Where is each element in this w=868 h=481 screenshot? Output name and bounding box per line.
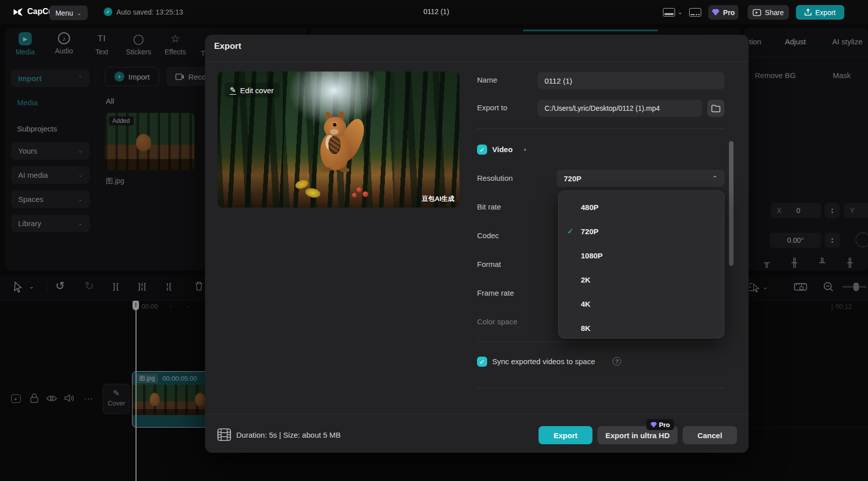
codec-label: Codec: [477, 231, 499, 240]
cancel-label: Cancel: [697, 431, 722, 440]
pro-badge-label: Pro: [659, 421, 670, 429]
red-berry: [363, 191, 368, 197]
video-checkbox[interactable]: ✓: [477, 145, 487, 155]
format-label: Format: [477, 260, 501, 268]
squirrel-muzzle: [330, 129, 339, 134]
name-value: 0112 (1): [545, 77, 572, 85]
resolution-value: 720P: [564, 174, 581, 183]
video-collapse-icon[interactable]: ▴: [524, 147, 526, 152]
pro-button[interactable]: Pro: [708, 5, 739, 20]
option-label: 1080P: [581, 251, 603, 260]
capcut-app: CapCut Menu ⌄ ✓ Auto saved: 13:25:13 011…: [0, 0, 868, 481]
video-section-label: Video: [492, 145, 513, 154]
dialog-header-divider: [205, 61, 749, 62]
resolution-option-720p[interactable]: ✓ 720P: [559, 220, 724, 242]
edit-cover-button[interactable]: ✎ Edit cover: [225, 83, 280, 98]
check-icon: ✓: [480, 358, 485, 366]
red-berry: [357, 187, 362, 192]
sync-label: Sync exported videos to space: [492, 357, 595, 366]
layout-switch-icon[interactable]: [663, 8, 675, 17]
export-to-label: Export to: [477, 103, 507, 112]
selected-check-icon: ✓: [567, 227, 574, 236]
resolution-option-1080p[interactable]: 1080P: [559, 244, 724, 266]
resolution-option-8k[interactable]: 8K: [559, 317, 724, 339]
dialog-scrollbar[interactable]: [729, 141, 733, 266]
layout-chevron-icon[interactable]: ⌄: [678, 9, 683, 16]
chevron-down-icon: ⌄: [77, 10, 82, 17]
autosave-status: Auto saved: 13:25:13: [116, 8, 183, 16]
resolution-option-4k[interactable]: 4K: [559, 293, 724, 315]
export-confirm-button[interactable]: Export: [539, 426, 592, 444]
edit-cover-label: Edit cover: [240, 86, 274, 95]
option-label: 2K: [581, 276, 590, 284]
check-icon: ✓: [480, 146, 485, 154]
name-input[interactable]: 0112 (1): [538, 72, 724, 89]
project-title: 0112 (1): [386, 8, 487, 16]
option-label: 720P: [581, 227, 598, 236]
option-label: 8K: [581, 324, 590, 332]
pro-gem-icon: [712, 9, 719, 16]
export-ultra-hd-label: Export in ultra HD: [606, 431, 670, 440]
question-icon: ?: [615, 359, 618, 365]
capcut-logo-icon: [12, 7, 24, 18]
pencil-icon: ✎: [230, 86, 236, 95]
dialog-title: Export: [214, 41, 241, 51]
squirrel-foot: [340, 168, 350, 172]
dialog-footer-divider: [205, 414, 749, 415]
share-button[interactable]: Share: [748, 5, 789, 20]
sync-help-icon[interactable]: ?: [613, 357, 621, 366]
export-top-button[interactable]: Export: [796, 5, 844, 20]
name-label: Name: [477, 76, 497, 84]
export-top-label: Export: [815, 9, 835, 17]
colorspace-label: Color space: [477, 317, 517, 326]
panel-toggle-icon[interactable]: [689, 8, 701, 17]
squirrel-eye: [333, 123, 337, 126]
browse-folder-button[interactable]: [707, 100, 724, 117]
ultra-hd-pro-badge: Pro: [646, 419, 674, 430]
yellow-pinecone: [304, 187, 321, 199]
share-icon: [753, 9, 761, 16]
sync-checkbox[interactable]: ✓: [477, 357, 487, 367]
cover-preview: ✎ Edit cover 豆包AI生成: [218, 72, 459, 208]
sync-section-divider: [477, 388, 724, 388]
cover-watermark: 豆包AI生成: [422, 194, 454, 203]
pinecone: [328, 136, 341, 154]
top-bar: CapCut Menu ⌄ ✓ Auto saved: 13:25:13 011…: [0, 0, 868, 24]
squirrel-head: [324, 117, 346, 138]
bitrate-label: Bit rate: [477, 202, 501, 211]
export-icon: [805, 9, 812, 16]
option-label: 4K: [581, 300, 590, 308]
folder-icon: [711, 105, 720, 112]
export-confirm-label: Export: [554, 431, 578, 440]
film-icon: [217, 428, 231, 441]
autosave-check-icon: ✓: [104, 8, 112, 16]
share-label: Share: [765, 9, 783, 17]
pro-label: Pro: [723, 9, 735, 17]
resolution-select[interactable]: 720P ⌃: [557, 170, 724, 187]
resolution-option-480p[interactable]: 480P: [559, 196, 724, 218]
resolution-label: Resolution: [477, 174, 513, 182]
framerate-label: Frame rate: [477, 289, 514, 297]
pro-gem-icon: [650, 422, 657, 428]
resolution-option-2k[interactable]: 2K: [559, 268, 724, 291]
cover-right-blur: [394, 72, 459, 208]
dialog-section-divider: [477, 128, 724, 129]
export-to-value: C:/Users/Lyric/Desktop/0112 (1).mp4: [545, 104, 660, 112]
export-to-input[interactable]: C:/Users/Lyric/Desktop/0112 (1).mp4: [538, 100, 702, 117]
option-label: 480P: [581, 203, 598, 212]
menu-label: Menu: [55, 9, 73, 17]
resolution-dropdown: 480P ✓ 720P 1080P 2K 4K 8K: [558, 190, 724, 338]
menu-button[interactable]: Menu ⌄: [49, 6, 88, 20]
squirrel-foot: [321, 167, 331, 172]
cancel-button[interactable]: Cancel: [683, 426, 737, 444]
select-chevron-up-icon: ⌃: [712, 175, 717, 182]
video-section-divider: [477, 341, 724, 342]
cover-center-panel: [283, 72, 394, 208]
export-summary: Duration: 5s | Size: about 5 MB: [236, 431, 341, 439]
red-berry: [352, 193, 357, 197]
